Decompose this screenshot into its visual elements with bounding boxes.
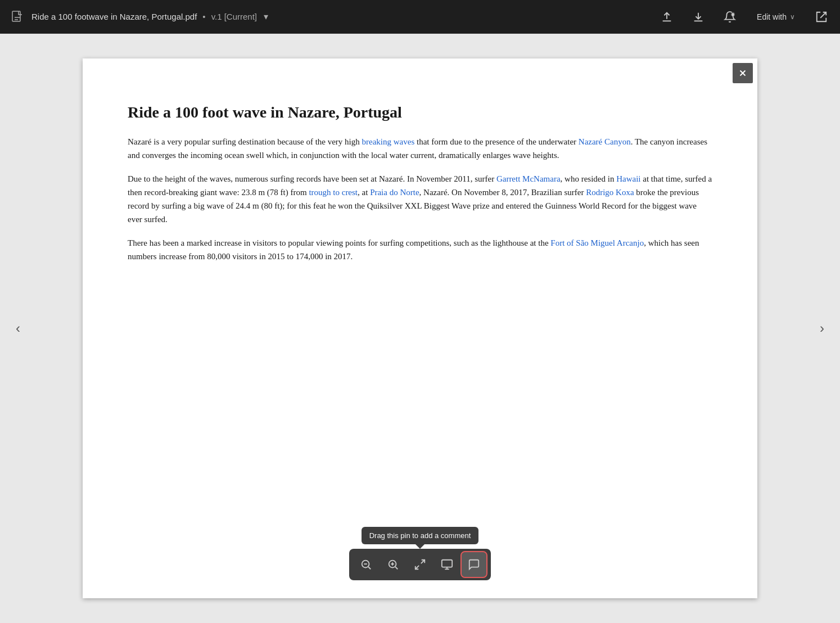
left-arrow-icon: ‹ <box>16 320 20 336</box>
topbar-right: 0 Edit with ∨ <box>657 7 831 27</box>
pdf-title: Ride a 100 foot wave in Nazare, Portugal <box>128 103 712 121</box>
link-breaking-waves[interactable]: breaking waves <box>362 137 415 146</box>
link-garrett-mcnamara[interactable]: Garrett McNamara <box>496 174 561 183</box>
pdf-paragraph-2: Due to the height of the waves, numerous… <box>128 172 712 226</box>
para2-text-a: Due to the height of the waves, numerous… <box>128 174 496 183</box>
edit-with-dropdown-icon: ∨ <box>790 13 795 21</box>
file-version[interactable]: v.1 [Current] <box>211 12 257 21</box>
svg-line-15 <box>395 567 398 569</box>
close-panel-button[interactable] <box>733 63 753 83</box>
pdf-page: Ride a 100 foot wave in Nazare, Portugal… <box>83 58 757 598</box>
file-icon <box>9 8 26 25</box>
para1-text-b: that form due to the presence of the und… <box>414 137 579 146</box>
svg-text:0: 0 <box>732 13 734 16</box>
pdf-content: Ride a 100 foot wave in Nazare, Portugal… <box>83 58 757 296</box>
para3-text-a: There has been a marked increase in visi… <box>128 238 550 247</box>
version-dropdown-icon[interactable]: ▾ <box>264 11 268 22</box>
svg-rect-20 <box>442 560 452 567</box>
notifications-button[interactable]: 0 <box>720 7 740 27</box>
fit-screen-button[interactable] <box>408 552 432 577</box>
edit-with-label: Edit with <box>757 12 787 21</box>
main-area: ‹ Ride a 100 foot wave in Nazare, Portug… <box>0 34 840 623</box>
link-hawaii[interactable]: Hawaii <box>616 174 640 183</box>
para2-text-e: , Nazaré. On November 8, 2017, Brazilian… <box>419 188 586 197</box>
zoom-out-button[interactable] <box>354 552 378 577</box>
pin-tooltip: Drag this pin to add a comment <box>362 527 479 544</box>
svg-line-19 <box>416 566 419 569</box>
link-fort-sao-miguel[interactable]: Fort of São Miguel Arcanjo <box>550 238 644 247</box>
zoom-in-button[interactable] <box>381 552 405 577</box>
bottom-toolbar: Drag this pin to add a comment <box>349 527 491 580</box>
link-rodrigo-koxa[interactable]: Rodrigo Koxa <box>586 188 634 197</box>
file-title: Ride a 100 footwave in Nazare, Portugal.… <box>31 12 197 21</box>
link-trough-to-crest[interactable]: trough to crest <box>309 188 358 197</box>
para2-text-d: , at <box>358 188 370 197</box>
topbar-left: Ride a 100 footwave in Nazare, Portugal.… <box>9 8 657 25</box>
upload-button[interactable] <box>657 7 677 27</box>
pin-comment-button[interactable] <box>462 552 486 577</box>
share-button[interactable] <box>812 7 831 26</box>
svg-line-12 <box>368 567 371 569</box>
edit-with-button[interactable]: Edit with ∨ <box>751 9 801 25</box>
link-nazare-canyon[interactable]: Nazaré Canyon <box>579 137 631 146</box>
next-page-button[interactable]: › <box>810 316 834 341</box>
pdf-paragraph-1: Nazaré is a very popular surfing destina… <box>128 135 712 162</box>
link-praia-do-norte[interactable]: Praia do Norte <box>370 188 419 197</box>
present-button[interactable] <box>435 552 459 577</box>
para1-text-a: Nazaré is a very popular surfing destina… <box>128 137 362 146</box>
right-arrow-icon: › <box>820 320 824 336</box>
prev-page-button[interactable]: ‹ <box>6 316 30 341</box>
file-separator: • <box>202 12 205 21</box>
download-button[interactable] <box>688 7 708 27</box>
pdf-paragraph-3: There has been a marked increase in visi… <box>128 236 712 263</box>
toolbar-row <box>349 549 491 580</box>
para2-text-b: , who resided in <box>561 174 617 183</box>
svg-line-18 <box>421 560 424 563</box>
topbar: Ride a 100 footwave in Nazare, Portugal.… <box>0 0 840 34</box>
